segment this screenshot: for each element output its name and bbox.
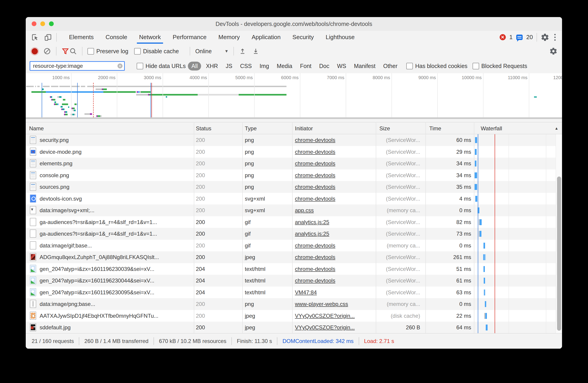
table-row[interactable]: sddefault.jpg 200 jpeg VYyQv0CSZOE?origi… (26, 322, 556, 333)
column-header-name[interactable]: Name (29, 122, 44, 134)
column-header-size[interactable]: Size (379, 122, 390, 134)
column-separator[interactable] (292, 122, 293, 333)
type-filter-img[interactable]: Img (256, 62, 273, 71)
request-name[interactable]: data:image/png;base... (40, 298, 191, 310)
request-name[interactable]: sddefault.jpg (40, 322, 191, 333)
request-name[interactable]: device-mode.png (40, 146, 191, 158)
initiator-link[interactable]: chrome-devtools (295, 184, 335, 190)
table-row[interactable]: ga-audiences?t=sr&aip=1&_r=4&slf_rd=1&v=… (26, 216, 556, 228)
device-toolbar-icon[interactable] (43, 33, 52, 41)
tab-security[interactable]: Security (287, 31, 320, 44)
tab-performance[interactable]: Performance (167, 31, 212, 44)
request-name[interactable]: data:image/gif;base... (40, 240, 191, 251)
clear-filter-icon[interactable]: ✕ (118, 63, 123, 68)
minimize-window-button[interactable] (40, 21, 45, 26)
disable-cache-checkbox[interactable] (134, 48, 141, 55)
table-row[interactable]: elements.png 200 png chrome-devtools (Se… (26, 158, 556, 170)
initiator-link[interactable]: app.css (295, 207, 314, 213)
initiator-link[interactable]: analytics.js:25 (295, 231, 329, 237)
table-row[interactable]: devtools-icon.svg 200 svg+xml chrome-dev… (26, 193, 556, 205)
more-options-icon[interactable] (553, 33, 557, 42)
initiator-link[interactable]: chrome-devtools (295, 172, 335, 178)
initiator-link[interactable]: VM47:84 (295, 289, 317, 295)
table-row[interactable]: gen_204?atyp=i&zx=1601196230044&sei=xV..… (26, 275, 556, 287)
column-header-status[interactable]: Status (196, 122, 211, 134)
type-filter-ws[interactable]: WS (333, 62, 350, 71)
table-row[interactable]: console.png 200 png chrome-devtools (Ser… (26, 170, 556, 181)
sort-ascending-icon[interactable]: ▲ (555, 126, 558, 131)
hide-data-urls-checkbox[interactable] (137, 63, 143, 69)
tab-elements[interactable]: Elements (63, 31, 100, 44)
column-separator[interactable] (474, 122, 474, 333)
column-header-waterfall[interactable]: Waterfall (481, 122, 502, 134)
initiator-link[interactable]: VYyQv0CSZOE?origin... (295, 324, 355, 330)
table-row[interactable]: ga-audiences?t=sr&aip=1&_r=4&slf_rd=1&v=… (26, 228, 556, 240)
blocked-requests-checkbox[interactable] (473, 63, 479, 69)
table-row[interactable]: AATXAJywSIpD1jf4EbqHXTfbe0mnyHqGFNTu... … (26, 310, 556, 322)
tab-application[interactable]: Application (246, 31, 287, 44)
request-name[interactable]: ga-audiences?t=sr&aip=1&_r=4&slf_rd=1&v=… (40, 216, 191, 228)
settings-gear-icon[interactable] (541, 33, 549, 42)
has-blocked-cookies-checkbox[interactable] (406, 63, 413, 69)
type-filter-font[interactable]: Font (296, 62, 315, 71)
export-har-icon[interactable] (252, 47, 259, 55)
statusbar-item[interactable]: DOMContentLoaded: 342 ms (282, 338, 354, 344)
column-header-initiator[interactable]: Initiator (295, 122, 313, 134)
column-separator[interactable] (242, 122, 243, 333)
request-name[interactable]: AATXAJywSIpD1jf4EbqHXTfbe0mnyHqGFNTu... (40, 310, 191, 322)
scrollbar-thumb[interactable] (557, 176, 561, 331)
statusbar-item[interactable]: Load: 2.71 s (364, 338, 394, 344)
network-overview-timeline[interactable]: 1000 ms2000 ms3000 ms4000 ms5000 ms6000 … (26, 73, 562, 119)
request-name[interactable]: gen_204?atyp=i&zx=1601196230044&sei=xV..… (40, 275, 191, 287)
column-separator[interactable] (425, 122, 426, 333)
request-name[interactable]: gen_204?atyp=i&zx=1601196230095&sei=xV..… (40, 287, 191, 298)
table-row[interactable]: gen_204?atyp=i&zx=1601196230039&sei=xV..… (26, 263, 556, 275)
initiator-link[interactable]: chrome-devtools (295, 196, 335, 202)
throttling-dropdown[interactable]: Online ▼ (195, 48, 229, 55)
table-row[interactable]: data:image/png;base... 200 png www-playe… (26, 298, 556, 310)
type-filter-js[interactable]: JS (222, 62, 236, 71)
request-name[interactable]: data:image/svg+xml;... (40, 205, 191, 216)
import-har-icon[interactable] (239, 47, 246, 55)
initiator-link[interactable]: analytics.js:25 (295, 219, 329, 225)
close-window-button[interactable] (32, 21, 36, 26)
zoom-window-button[interactable] (49, 21, 54, 26)
tab-network[interactable]: Network (133, 31, 167, 44)
initiator-link[interactable]: chrome-devtools (295, 149, 335, 155)
request-name[interactable]: console.png (40, 170, 191, 181)
initiator-link[interactable]: chrome-devtools (295, 160, 335, 167)
inspect-element-icon[interactable] (31, 33, 39, 41)
tab-lighthouse[interactable]: Lighthouse (320, 31, 360, 44)
request-name[interactable]: elements.png (40, 158, 191, 170)
type-filter-doc[interactable]: Doc (315, 62, 333, 71)
table-row[interactable]: data:image/svg+xml;... 200 svg+xml app.c… (26, 205, 556, 216)
type-filter-all[interactable]: All (188, 62, 201, 71)
table-header[interactable]: ▲ NameStatusTypeInitiatorSizeTimeWaterfa… (26, 122, 562, 134)
type-filter-other[interactable]: Other (379, 62, 401, 71)
request-name[interactable]: sources.png (40, 181, 191, 193)
request-name[interactable]: security.png (40, 134, 191, 146)
filter-input[interactable] (30, 61, 125, 71)
column-separator[interactable] (194, 122, 194, 333)
column-separator[interactable] (376, 122, 376, 333)
table-row[interactable]: security.png 200 png chrome-devtools (Se… (26, 134, 556, 146)
initiator-link[interactable]: chrome-devtools (295, 254, 335, 260)
initiator-link[interactable]: chrome-devtools (295, 242, 335, 249)
column-header-time[interactable]: Time (429, 122, 441, 134)
request-name[interactable]: ADGmqu8qexLZuhphT_0Aj88Ng8riLFKASQIslt..… (40, 251, 191, 263)
column-header-type[interactable]: Type (245, 122, 257, 134)
type-filter-media[interactable]: Media (273, 62, 296, 71)
initiator-link[interactable]: chrome-devtools (295, 137, 335, 143)
error-badge-icon[interactable]: ✕ (500, 34, 506, 40)
tab-memory[interactable]: Memory (212, 31, 246, 44)
issues-message-icon[interactable] (516, 35, 523, 40)
search-icon[interactable] (69, 47, 77, 55)
request-name[interactable]: devtools-icon.svg (40, 193, 191, 205)
initiator-link[interactable]: chrome-devtools (295, 266, 335, 272)
table-row[interactable]: ADGmqu8qexLZuhphT_0Aj88Ng8riLFKASQIslt..… (26, 251, 556, 263)
initiator-link[interactable]: chrome-devtools (295, 277, 335, 284)
filter-funnel-icon[interactable] (62, 47, 69, 55)
initiator-link[interactable]: www-player-webp.css (295, 301, 348, 307)
clear-network-log-icon[interactable] (43, 47, 51, 55)
request-name[interactable]: gen_204?atyp=i&zx=1601196230039&sei=xV..… (40, 263, 191, 275)
